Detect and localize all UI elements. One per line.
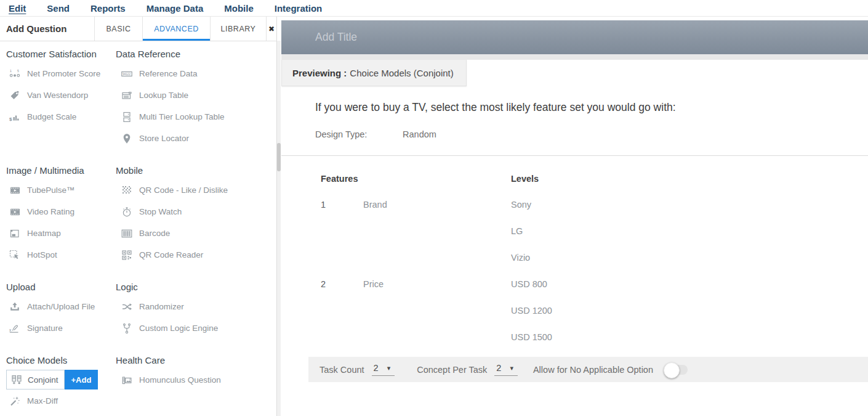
- tab-advanced[interactable]: ADVANCED: [143, 17, 211, 41]
- tab-library[interactable]: LIBRARY: [211, 17, 267, 41]
- signature-icon: x: [9, 323, 21, 334]
- question-type-label: Conjoint: [28, 375, 58, 385]
- question-type-tubepulse[interactable]: TubePulse™: [6, 179, 116, 201]
- question-type-label: QR Code Reader: [139, 250, 203, 259]
- question-type-label: Randomizer: [139, 302, 184, 311]
- question-type-max-diff[interactable]: Max-Diff: [6, 390, 116, 412]
- question-type-van-westendorp[interactable]: Van Westendorp: [6, 84, 116, 106]
- levels-column-header: Levels: [511, 174, 868, 184]
- svg-text:x: x: [9, 327, 12, 332]
- sidebar-scrollbar-thumb[interactable]: [277, 143, 281, 171]
- toggle-knob[interactable]: [664, 362, 680, 378]
- features-column-header: Features: [321, 174, 511, 184]
- nav-reports[interactable]: Reports: [90, 3, 126, 14]
- question-type-hotspot[interactable]: HotSpot: [6, 244, 116, 266]
- section-title: Mobile: [116, 165, 276, 176]
- question-type-multi-tier-lookup-table[interactable]: Multi Tier Lookup Table: [116, 106, 276, 128]
- feature-name: Brand: [363, 191, 511, 218]
- concept-per-task-dropdown[interactable]: 2 ▾: [494, 363, 518, 376]
- feature-number: 1: [321, 191, 363, 218]
- question-type-label: Custom Logic Engine: [139, 324, 218, 333]
- previewing-label: Previewing :: [292, 68, 347, 78]
- conjoint-feature-table: Features Levels 1 Brand Sony LG Vizio 2 …: [281, 156, 868, 350]
- question-type-label: TubePulse™: [27, 186, 75, 195]
- design-type-value: Random: [403, 129, 436, 139]
- section-data-reference: Data Reference 94122 Reference Data Look…: [116, 49, 276, 149]
- section-title: Data Reference: [116, 49, 276, 59]
- section-mobile: Mobile QR Code - Like / Dislike Stop Wat…: [116, 165, 276, 266]
- question-type-qr-code-like-dislike[interactable]: QR Code - Like / Dislike: [116, 179, 276, 201]
- nav-edit[interactable]: Edit: [9, 3, 26, 14]
- question-title-bar[interactable]: Add Title: [281, 20, 868, 54]
- chevron-down-icon: ▾: [387, 364, 391, 372]
- nav-send[interactable]: Send: [47, 3, 70, 14]
- question-type-reference-data[interactable]: 94122 Reference Data: [116, 63, 276, 84]
- question-type-heatmap[interactable]: Heatmap: [6, 222, 116, 244]
- question-type-randomizer[interactable]: Randomizer: [116, 296, 276, 317]
- add-conjoint-button[interactable]: +Add: [65, 370, 98, 389]
- concept-per-task-label: Concept Per Task: [417, 365, 487, 375]
- upload-icon: [9, 301, 21, 312]
- level-value: USD 1500: [511, 324, 868, 350]
- question-type-barcode[interactable]: Barcode: [116, 222, 276, 244]
- section-health-care: Health Care Homunculus Question: [116, 355, 276, 412]
- task-count-dropdown[interactable]: 2 ▾: [372, 363, 395, 376]
- question-type-label: Stop Watch: [139, 207, 182, 216]
- question-type-net-promoter-score[interactable]: 15 Net Promoter Score: [6, 63, 116, 84]
- question-type-attach-upload-file[interactable]: Attach/Upload File: [6, 296, 116, 317]
- feature-number: 2: [321, 271, 363, 297]
- question-type-grid: Customer Satisfaction 15 Net Promoter Sc…: [0, 41, 276, 412]
- sidebar-scrollbar[interactable]: [277, 41, 281, 416]
- question-type-budget-scale[interactable]: $ Budget Scale: [6, 106, 116, 128]
- question-type-label: Multi Tier Lookup Table: [139, 112, 225, 121]
- close-icon[interactable]: ✖: [267, 17, 276, 41]
- previewing-badge: Previewing : Choice Models (Conjoint): [281, 60, 467, 86]
- question-type-label: Van Westendorp: [27, 91, 88, 100]
- nav-integration[interactable]: Integration: [275, 3, 323, 14]
- task-count-value: 2: [374, 363, 379, 373]
- question-type-label: Reference Data: [139, 69, 198, 78]
- nav-manage-data[interactable]: Manage Data: [147, 3, 204, 14]
- question-type-label: Video Rating: [27, 207, 74, 216]
- feature-table-header: Features Levels: [321, 174, 868, 184]
- level-value: Sony: [511, 191, 868, 218]
- question-type-conjoint[interactable]: Conjoint +Add: [6, 369, 116, 390]
- no-applicable-toggle[interactable]: [665, 365, 688, 375]
- add-question-panel: Add Question BASIC ADVANCED LIBRARY ✖ Cu…: [0, 17, 277, 416]
- question-type-lookup-table[interactable]: Lookup Table: [116, 84, 276, 106]
- video-film-icon: [9, 206, 21, 218]
- question-type-store-locator[interactable]: Store Locator: [116, 128, 276, 149]
- question-text: If you were to buy a TV, select the most…: [315, 101, 834, 114]
- question-type-video-rating[interactable]: Video Rating: [6, 201, 116, 222]
- homunculus-image-icon: [121, 375, 133, 386]
- barcode-icon: [121, 228, 133, 239]
- question-type-label: Heatmap: [27, 229, 61, 238]
- concept-per-task-value: 2: [496, 363, 501, 373]
- conjoint-selected-box[interactable]: Conjoint: [6, 370, 65, 389]
- add-question-header: Add Question BASIC ADVANCED LIBRARY ✖: [0, 17, 276, 41]
- heatmap-image-icon: [9, 228, 21, 239]
- section-title: Upload: [6, 282, 116, 292]
- shuffle-icon: [121, 301, 133, 312]
- svg-text:1: 1: [10, 68, 12, 72]
- magic-wand-icon: [9, 396, 21, 407]
- design-type-row: Design Type: Random: [315, 129, 868, 139]
- feature-name: Price: [363, 271, 511, 297]
- add-title-placeholder: Add Title: [315, 31, 357, 44]
- budget-scale-icon: $: [9, 112, 21, 123]
- tab-basic[interactable]: BASIC: [95, 17, 143, 41]
- panel-title: Add Question: [0, 17, 95, 41]
- section-logic: Logic Randomizer Custom Logic Engine: [116, 282, 276, 339]
- question-type-homunculus-question[interactable]: Homunculus Question: [116, 369, 276, 391]
- level-value: LG: [511, 218, 868, 244]
- question-type-signature[interactable]: x Signature: [6, 317, 116, 339]
- question-type-stop-watch[interactable]: Stop Watch: [116, 201, 276, 222]
- nps-scale-icon: 15: [9, 68, 21, 80]
- multi-tier-lookup-icon: [121, 112, 133, 123]
- task-count-label: Task Count: [319, 365, 364, 375]
- question-type-qr-code-reader[interactable]: QR Code Reader: [116, 244, 276, 266]
- nav-mobile[interactable]: Mobile: [224, 3, 254, 14]
- question-type-custom-logic-engine[interactable]: Custom Logic Engine: [116, 317, 276, 339]
- section-title: Customer Satisfaction: [6, 49, 116, 59]
- svg-text:5: 5: [17, 68, 19, 72]
